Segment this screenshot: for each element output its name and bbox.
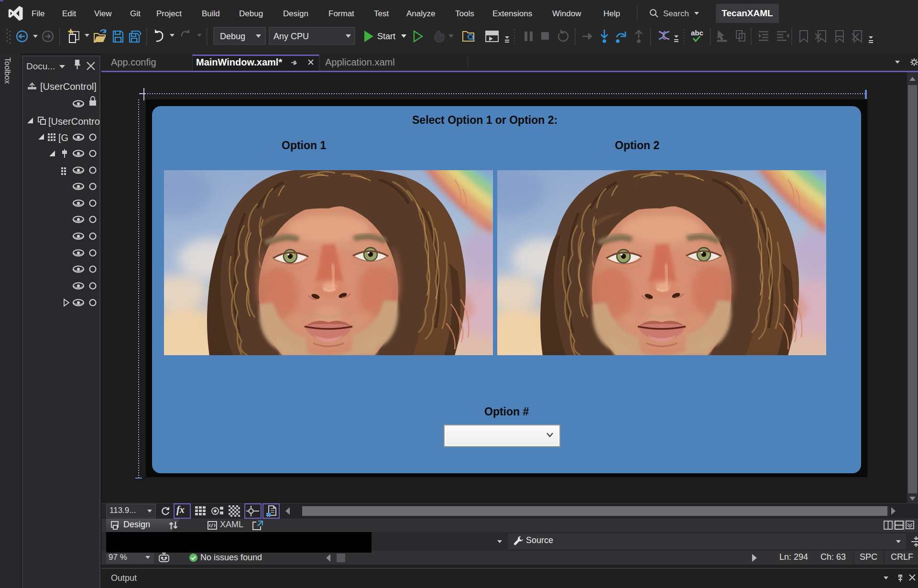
svg-text:Docu...: Docu... [26, 61, 55, 71]
svg-text:[UserControl]: [UserControl] [40, 81, 97, 92]
svg-text:abc: abc [691, 29, 703, 37]
svg-text:[UserContro: [UserContro [48, 116, 100, 127]
svg-text:[G: [G [58, 132, 68, 143]
